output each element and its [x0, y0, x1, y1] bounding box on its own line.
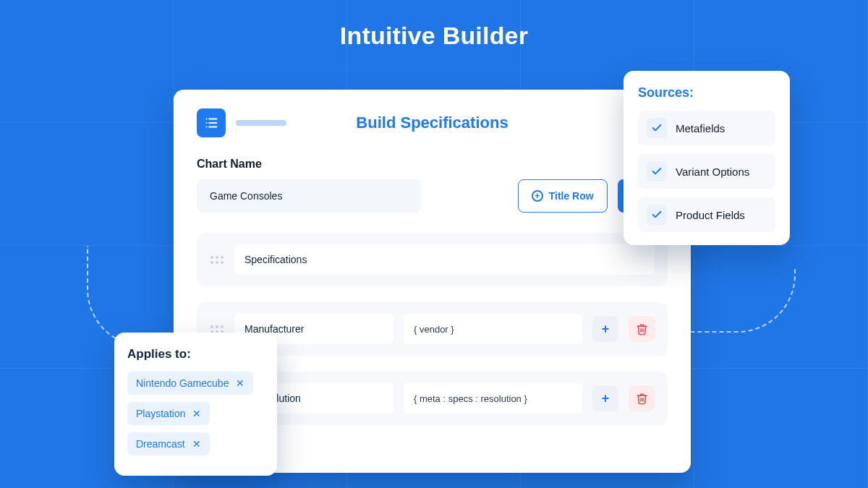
applies-tag-label: Nintendo Gamecube — [136, 377, 229, 389]
plus-circle-icon — [532, 190, 543, 202]
add-title-row-label: Title Row — [549, 190, 594, 202]
remove-tag-icon[interactable]: ✕ — [236, 377, 244, 389]
builder-header: Build Specifications — [197, 108, 668, 137]
row-delete-button[interactable] — [629, 385, 655, 411]
trash-icon — [636, 323, 648, 335]
chart-name-row: Title Row S — [197, 179, 668, 213]
source-item-label: Metafields — [676, 122, 725, 134]
check-icon — [647, 118, 667, 138]
applies-tag-label: Dreamcast — [136, 438, 185, 450]
trash-icon — [636, 393, 648, 405]
applies-tag[interactable]: Playstation ✕ — [127, 402, 210, 425]
sources-title: Sources: — [638, 85, 775, 100]
chart-name-label: Chart Name — [197, 158, 668, 171]
remove-tag-icon[interactable]: ✕ — [192, 408, 201, 419]
applies-tag[interactable]: Nintendo Gamecube ✕ — [127, 372, 253, 395]
remove-tag-icon[interactable]: ✕ — [192, 438, 201, 450]
spec-title-input[interactable] — [234, 244, 655, 275]
row-delete-button[interactable] — [629, 316, 655, 342]
builder-title: Build Specifications — [197, 114, 668, 132]
applies-tag-label: Playstation — [136, 408, 185, 419]
hero-title: Intuitive Builder — [0, 22, 868, 50]
row-add-button[interactable]: + — [592, 385, 618, 411]
source-item-metafields[interactable]: Metafields — [638, 111, 775, 145]
chart-name-input[interactable] — [197, 179, 421, 213]
check-icon — [647, 205, 667, 225]
source-item-label: Product Fields — [676, 209, 745, 221]
applies-to-card: Applies to: Nintendo Gamecube ✕ Playstat… — [114, 333, 277, 476]
add-title-row-button[interactable]: Title Row — [518, 179, 608, 213]
spec-title-row — [197, 233, 668, 286]
source-item-variant-options[interactable]: Variant Options — [638, 154, 775, 189]
spec-row-value[interactable]: { meta : specs : resolution } — [404, 383, 582, 414]
source-item-product-fields[interactable]: Product Fields — [638, 197, 775, 232]
check-icon — [647, 161, 667, 181]
drag-handle-icon[interactable] — [210, 252, 224, 267]
sources-card: Sources: Metafields Variant Options Prod… — [624, 71, 790, 245]
source-item-label: Variant Options — [676, 166, 749, 178]
applies-to-title: Applies to: — [127, 347, 264, 361]
spec-row-value[interactable]: { vendor } — [404, 314, 582, 344]
row-add-button[interactable]: + — [592, 316, 618, 342]
applies-tag[interactable]: Dreamcast ✕ — [127, 432, 210, 455]
